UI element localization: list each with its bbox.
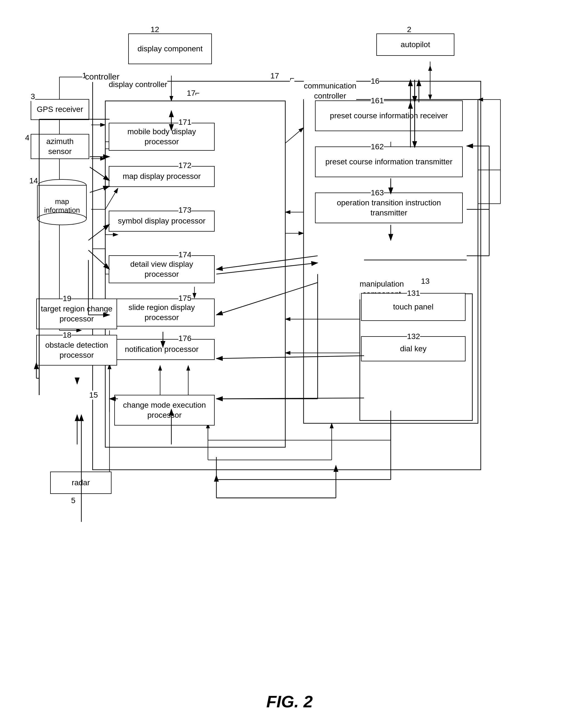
number-12: 12 — [150, 25, 159, 34]
display-controller-label: display controller — [109, 80, 167, 89]
map-display-processor-box: map display processor — [109, 166, 215, 187]
svg-line-79 — [216, 356, 364, 359]
number-175: 175 — [178, 294, 192, 303]
number-18: 18 — [63, 331, 72, 340]
svg-point-59 — [37, 213, 86, 225]
azimuth-sensor-box: azimuth sensor — [31, 134, 89, 159]
number-171: 171 — [178, 118, 192, 127]
display-component-box: display component — [128, 33, 212, 64]
svg-line-104 — [216, 283, 318, 315]
number-15: 15 — [89, 391, 98, 399]
svg-line-15 — [105, 188, 118, 210]
svg-line-62 — [90, 167, 110, 181]
operation-transition-box: operation transition instruction transmi… — [315, 192, 463, 223]
number-171-outer: 17 — [187, 89, 195, 98]
svg-line-64 — [88, 224, 110, 240]
number-132: 132 — [407, 332, 420, 341]
change-mode-box: change mode execution processor — [114, 395, 215, 425]
svg-line-77 — [216, 263, 318, 274]
obstacle-detection-box: obstacle detection processor — [36, 335, 117, 366]
number-172: 172 — [178, 161, 192, 170]
number-163: 163 — [371, 188, 384, 197]
number-17: 17 — [270, 72, 279, 80]
number-5: 5 — [71, 496, 76, 505]
number-19: 19 — [63, 294, 72, 303]
map-information-box: map information — [36, 179, 88, 227]
number-173: 173 — [178, 206, 192, 214]
svg-line-52 — [285, 128, 304, 143]
svg-line-80 — [216, 398, 364, 399]
diagram-container: 12 2 11 17 ⌐ display component autopilot… — [22, 17, 557, 672]
number-4: 4 — [25, 133, 30, 142]
notification-processor-box: notification processor — [109, 339, 215, 360]
autopilot-box: autopilot — [376, 33, 454, 56]
svg-line-65 — [88, 250, 110, 269]
number-13: 13 — [421, 277, 430, 286]
figure-label: FIG. 2 — [266, 692, 313, 711]
number-176: 176 — [178, 334, 192, 343]
gps-receiver-box: GPS receiver — [31, 99, 89, 120]
number-17-slash: ⌐ — [290, 74, 294, 83]
number-3: 3 — [31, 92, 35, 101]
number-16: 16 — [371, 77, 379, 86]
preset-course-transmitter-box: preset course information transmitter — [315, 147, 463, 177]
number-162: 162 — [371, 142, 384, 151]
svg-line-63 — [90, 186, 110, 192]
target-region-processor-box: target region change processor — [36, 298, 117, 329]
slide-region-processor-box: slide region display processor — [109, 298, 215, 327]
detail-view-processor-box: detail view display processor — [109, 255, 215, 283]
radar-box: radar — [50, 472, 111, 494]
mobile-body-processor-box: mobile body display processor — [109, 123, 215, 151]
number-161: 161 — [371, 96, 384, 105]
svg-line-76 — [216, 256, 318, 269]
preset-course-receiver-box: preset course information receiver — [315, 100, 463, 131]
symbol-display-processor-box: symbol display processor — [109, 211, 215, 232]
number-131: 131 — [407, 289, 420, 298]
number-14: 14 — [29, 176, 38, 185]
number-174: 174 — [178, 250, 192, 259]
communication-controller-label: communicationcontroller — [304, 81, 356, 101]
number-2: 2 — [407, 25, 411, 34]
